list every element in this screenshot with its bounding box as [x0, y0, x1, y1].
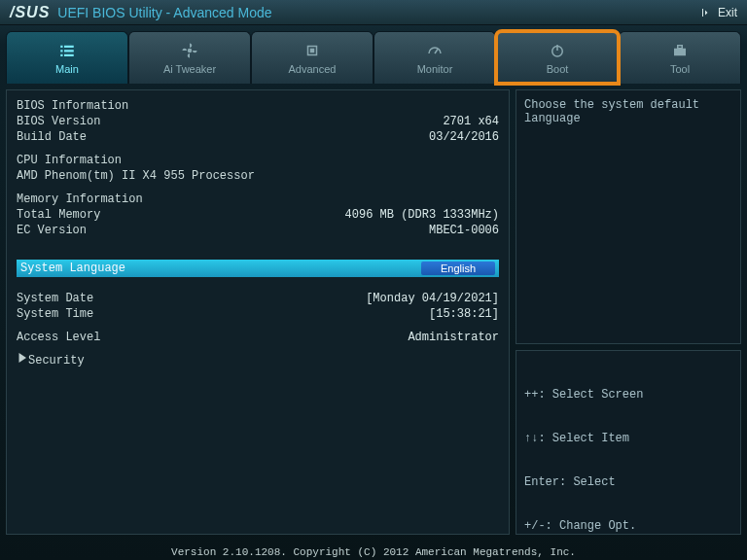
- svg-point-6: [188, 48, 193, 52]
- system-date-row[interactable]: System Date[Monday 04/19/2021]: [17, 291, 499, 306]
- key-legend: ++: Select Screen ↑↓: Select Item Enter:…: [516, 350, 741, 535]
- total-memory-row: Total Memory4096 MB (DDR3 1333MHz): [17, 207, 499, 223]
- memory-info-heading: Memory Information: [17, 192, 499, 207]
- ec-version-row: EC VersionMBEC1-0006: [17, 223, 499, 238]
- svg-rect-5: [64, 53, 74, 55]
- tab-label: Main: [55, 63, 79, 75]
- exit-label: Exit: [718, 6, 737, 19]
- build-date-row: Build Date03/24/2016: [17, 129, 499, 145]
- tab-label: Boot: [547, 63, 569, 75]
- gauge-icon: [424, 42, 445, 59]
- svg-rect-8: [310, 48, 315, 52]
- system-time-value: [15:38:21]: [240, 306, 499, 322]
- access-level-row: Access LevelAdministrator: [17, 330, 499, 345]
- tab-label: Ai Tweaker: [163, 63, 216, 75]
- asus-logo: /SUS: [10, 4, 50, 21]
- fan-icon: [179, 42, 200, 59]
- system-language-row[interactable]: System Language English: [17, 260, 499, 277]
- chip-icon: [302, 42, 323, 59]
- power-icon: [547, 42, 568, 59]
- side-panel: Choose the system default language ++: S…: [516, 89, 741, 535]
- legend-line: Enter: Select: [524, 475, 732, 490]
- svg-rect-1: [64, 45, 74, 47]
- legend-line: ↑↓: Select Item: [524, 432, 732, 446]
- security-label: Security: [28, 353, 85, 368]
- cpu-name-row: AMD Phenom(tm) II X4 955 Processor: [17, 168, 499, 184]
- content-area: BIOS Information BIOS Version2701 x64 Bu…: [0, 84, 747, 541]
- footer-copyright: Version 2.10.1208. Copyright (C) 2012 Am…: [0, 546, 747, 558]
- svg-rect-3: [64, 50, 74, 52]
- tab-advanced[interactable]: Advanced: [251, 31, 374, 84]
- tab-label: Monitor: [417, 63, 453, 75]
- tab-monitor[interactable]: Monitor: [374, 31, 496, 84]
- main-panel: BIOS Information BIOS Version2701 x64 Bu…: [6, 89, 510, 535]
- svg-rect-2: [60, 50, 62, 52]
- app-title: UEFI BIOS Utility - Advanced Mode: [57, 5, 271, 20]
- exit-icon: [700, 7, 712, 18]
- tab-label: Tool: [670, 63, 690, 75]
- svg-rect-4: [60, 53, 62, 55]
- tab-main[interactable]: Main: [6, 31, 128, 84]
- tab-tool[interactable]: Tool: [619, 31, 741, 84]
- legend-line: +/-: Change Opt.: [524, 519, 732, 534]
- system-date-value: [Monday 04/19/2021]: [240, 291, 499, 306]
- exit-button[interactable]: Exit: [700, 6, 737, 19]
- help-text: Choose the system default language: [524, 98, 699, 125]
- tab-boot[interactable]: Boot: [496, 31, 619, 84]
- bios-info-heading: BIOS Information: [17, 98, 499, 114]
- help-description: Choose the system default language: [516, 89, 741, 344]
- chevron-right-icon: [17, 353, 26, 363]
- tab-label: Advanced: [289, 63, 337, 75]
- system-time-row[interactable]: System Time[15:38:21]: [17, 306, 499, 322]
- svg-rect-0: [60, 45, 62, 47]
- svg-line-9: [435, 49, 438, 53]
- bios-version-row: BIOS Version2701 x64: [17, 114, 499, 129]
- tab-bar: Main Ai Tweaker Advanced Monitor Boot To…: [0, 25, 747, 84]
- svg-rect-13: [678, 45, 683, 48]
- list-icon: [56, 42, 78, 59]
- legend-line: ++: Select Screen: [524, 388, 732, 402]
- cpu-info-heading: CPU Information: [17, 153, 499, 168]
- svg-rect-12: [674, 48, 686, 55]
- toolbox-icon: [669, 42, 691, 59]
- system-language-value[interactable]: English: [421, 262, 495, 275]
- security-submenu[interactable]: Security: [17, 353, 499, 368]
- system-language-label: System Language: [20, 262, 421, 275]
- tab-ai-tweaker[interactable]: Ai Tweaker: [128, 31, 251, 84]
- title-bar: /SUS UEFI BIOS Utility - Advanced Mode E…: [0, 0, 747, 25]
